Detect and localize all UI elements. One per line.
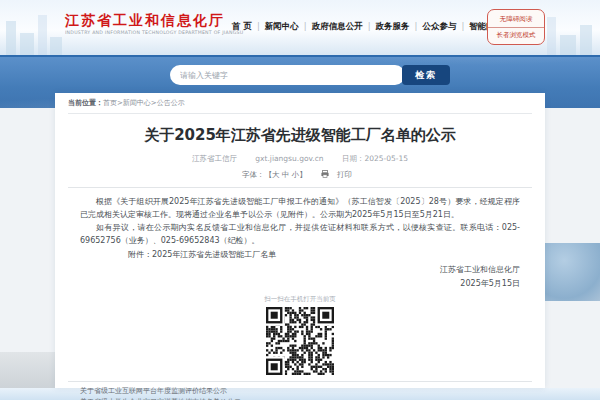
nav-participation[interactable]: 公众参与 <box>410 21 457 33</box>
print-label: 打印 <box>337 170 352 179</box>
breadcrumb-label: 当前位置： <box>68 99 103 107</box>
article-body: 根据《关于组织开展2025年江苏省先进级智能工厂申报工作的通知》（苏工信智发〔2… <box>80 195 520 247</box>
accessibility-box: 无障碍阅读 长者浏览模式 <box>487 9 545 45</box>
elder-mode-button[interactable]: 长者浏览模式 <box>488 28 544 43</box>
skyline-decoration <box>547 17 556 55</box>
signature-date: 2025年5月15日 <box>55 277 520 291</box>
skyline-decoration <box>6 21 16 55</box>
breadcrumb: 当前位置：首页>新闻中心>公告公示 <box>68 98 532 114</box>
related-links: 关于省级工业互联网平台年度监测评价结果公示 关于省级大学生企业实习实训基地拟支持… <box>80 386 520 400</box>
paragraph: 如有异议，请在公示期内实名反馈省工业和信息化厅，并提供佐证材料和联系方式，以便核… <box>80 221 520 247</box>
article-card: 当前位置：首页>新闻中心>公告公示 关于2025年江苏省先进级智能工厂名单的公示… <box>55 93 545 388</box>
skyline-decoration <box>580 25 592 55</box>
article-source: 江苏省工信厅 <box>192 154 237 163</box>
article-date: 日期：2025-05-15 <box>342 154 408 163</box>
paragraph: 根据《关于组织开展2025年江苏省先进级智能工厂申报工作的通知》（苏工信智发〔2… <box>80 195 520 221</box>
search-input[interactable] <box>170 65 405 85</box>
qr-code <box>266 307 334 375</box>
divider <box>68 381 532 382</box>
logo-subtitle: INDUSTRY AND INFORMATION TECHNOLOGY DEPA… <box>65 29 243 34</box>
background-photo <box>545 243 600 301</box>
related-link[interactable]: 关于省级工业互联网平台年度监测评价结果公示 <box>80 386 520 397</box>
nav-news[interactable]: 新闻中心 <box>252 21 299 33</box>
printer-icon <box>321 170 329 178</box>
accessible-reading-button[interactable]: 无障碍阅读 <box>488 12 544 28</box>
skyline-decoration <box>20 33 34 55</box>
article-toolbar: 字体：【大 中 小】 打印 <box>55 170 545 180</box>
qr-section: 扫一扫在手机打开当前页 <box>55 295 545 375</box>
skyline-decoration <box>560 35 576 55</box>
site-header: 江苏省工业和信息化厅 INDUSTRY AND INFORMATION TECH… <box>0 0 600 55</box>
article-meta: 江苏省工信厅 gxt.jiangsu.gov.cn 日期：2025-05-15 <box>55 154 545 164</box>
breadcrumb-path[interactable]: 首页>新闻中心>公告公示 <box>103 99 185 107</box>
attachment-link[interactable]: 附件：2025年江苏省先进级智能工厂名单 <box>80 248 520 261</box>
font-size-controls[interactable]: 字体：【大 中 小】 <box>242 170 307 179</box>
article-site: gxt.jiangsu.gov.cn <box>255 154 323 163</box>
search-button[interactable]: 检索 <box>402 65 450 85</box>
divider <box>68 187 532 188</box>
signature-department: 江苏省工业和信息化厅 <box>55 263 520 277</box>
nav-gov-info[interactable]: 政府信息公开 <box>299 21 363 33</box>
qr-caption: 扫一扫在手机打开当前页 <box>55 295 545 304</box>
print-button[interactable]: 打印 <box>321 170 358 179</box>
page-title: 关于2025年江苏省先进级智能工厂名单的公示 <box>55 126 545 145</box>
main-nav: 首 页 新闻中心 政府信息公开 政务服务 公众参与 智能问答 <box>232 21 503 33</box>
signature-block: 江苏省工业和信息化厅 2025年5月15日 <box>55 263 520 291</box>
skyline-decoration <box>50 37 62 55</box>
nav-home[interactable]: 首 页 <box>232 21 252 33</box>
nav-services[interactable]: 政务服务 <box>363 21 410 33</box>
skyline-decoration <box>38 15 47 55</box>
